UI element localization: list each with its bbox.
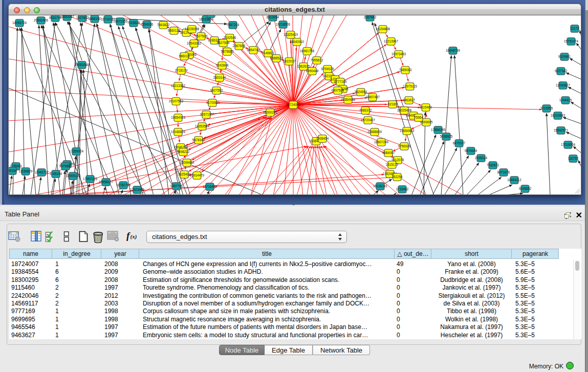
svg-text:15958127: 15958127 [99,180,114,184]
svg-text:19654923: 19654923 [171,116,186,119]
svg-text:9329961: 9329961 [558,55,571,58]
svg-text:10973493: 10973493 [391,52,406,56]
svg-text:12093827: 12093827 [556,83,571,87]
svg-text:19166825: 19166825 [171,130,186,134]
svg-text:12213382: 12213382 [171,84,186,87]
svg-text:3824554: 3824554 [355,90,367,94]
svg-text:2935114: 2935114 [475,156,488,160]
svg-text:11173: 11173 [571,27,579,30]
svg-text:3215955: 3215955 [540,106,553,110]
svg-text:15692971: 15692971 [554,128,569,132]
svg-text:13226058: 13226058 [185,27,200,31]
svg-text:8454749: 8454749 [247,48,260,52]
svg-text:16961758: 16961758 [300,49,315,53]
svg-text:9756928: 9756928 [398,144,411,148]
svg-text:116753: 116753 [568,157,579,160]
svg-text:1527602: 1527602 [76,16,89,19]
svg-text:7515525: 7515525 [127,21,140,25]
svg-text:9245652: 9245652 [519,187,532,190]
svg-text:18724007: 18724007 [286,103,301,106]
svg-text:6479197: 6479197 [453,141,466,145]
svg-text:8990448: 8990448 [306,69,319,73]
svg-text:18807249: 18807249 [374,140,389,144]
svg-text:1588520: 1588520 [270,56,283,60]
svg-text:6466160: 6466160 [89,17,101,20]
svg-text:12905135: 12905135 [66,174,81,178]
svg-text:17884095: 17884095 [431,128,446,132]
svg-text:19218506: 19218506 [276,23,291,26]
svg-text:(x): (x) [130,233,137,240]
svg-text:20364436: 20364436 [341,98,356,101]
svg-text:9457791: 9457791 [170,184,183,188]
svg-text:17957225: 17957225 [83,177,98,181]
svg-text:5875685: 5875685 [221,50,234,53]
svg-text:9684067: 9684067 [382,151,395,155]
svg-text:1733462: 1733462 [396,187,409,191]
svg-text:9146821: 9146821 [262,51,275,55]
svg-text:17359924: 17359924 [69,149,84,153]
svg-text:9660128: 9660128 [168,29,181,32]
svg-text:11156829: 11156829 [18,169,33,173]
svg-text:1822037: 1822037 [283,59,296,63]
svg-text:1362635: 1362635 [297,64,310,68]
svg-text:7554936: 7554936 [141,23,154,26]
svg-text:12923466: 12923466 [130,188,145,191]
svg-text:20691406: 20691406 [34,18,49,22]
svg-text:17016504: 17016504 [561,143,576,146]
svg-text:9777169: 9777169 [334,80,347,83]
svg-text:20053346: 20053346 [75,63,90,67]
svg-text:9474444: 9474444 [465,149,477,152]
svg-text:16914479: 16914479 [190,173,205,177]
svg-text:986013: 986013 [179,54,190,58]
svg-text:75964: 75964 [414,116,423,119]
svg-text:6497508: 6497508 [332,89,344,92]
svg-text:1244415: 1244415 [559,98,572,102]
svg-text:2367608: 2367608 [233,44,246,48]
svg-text:1145194: 1145194 [50,172,62,176]
svg-text:9227342: 9227342 [555,69,568,73]
svg-text:7625402: 7625402 [178,172,191,176]
svg-text:7857224: 7857224 [227,23,239,27]
svg-text:39154: 39154 [8,169,17,172]
svg-text:14353584: 14353584 [195,124,210,128]
svg-text:6794028: 6794028 [321,67,334,71]
svg-text:3267190: 3267190 [200,113,213,116]
svg-text:8813054: 8813054 [267,15,279,19]
svg-text:5878342: 5878342 [192,138,205,142]
svg-text:1938454: 1938454 [316,137,329,140]
svg-text:13325419: 13325419 [284,33,298,36]
svg-text:15716485: 15716485 [203,185,217,188]
svg-text:12213967: 12213967 [384,39,399,43]
svg-text:9463627: 9463627 [403,98,416,102]
svg-text:10025438: 10025438 [397,108,412,112]
svg-text:15300213: 15300213 [263,111,278,114]
svg-text:9527509: 9527509 [195,34,208,38]
svg-text:10671355: 10671355 [113,19,128,23]
svg-text:10543362: 10543362 [187,41,202,45]
svg-text:9427552: 9427552 [210,89,223,92]
svg-text:15751074: 15751074 [564,39,579,43]
svg-text:9498222: 9498222 [177,150,190,154]
svg-text:10807487: 10807487 [365,95,380,99]
svg-text:13654923: 13654923 [400,129,415,133]
svg-text:16033809: 16033809 [199,17,214,21]
svg-text:9115460: 9115460 [420,105,432,109]
svg-text:9975887: 9975887 [59,164,72,168]
svg-text:16782759: 16782759 [116,183,131,187]
svg-text:252254: 252254 [391,175,403,179]
svg-text:12942737: 12942737 [34,170,49,174]
svg-text:7485063: 7485063 [399,68,412,72]
svg-text:10688609: 10688609 [367,130,382,134]
svg-text:1615172: 1615172 [386,163,399,166]
svg-text:10653287: 10653287 [60,15,75,18]
svg-text:62160: 62160 [388,102,397,106]
svg-text:12975115: 12975115 [403,84,417,88]
svg-text:20107553: 20107553 [169,99,184,103]
svg-text:8471676: 8471676 [497,170,510,174]
svg-text:16099489: 16099489 [180,161,194,164]
svg-text:18640910: 18640910 [290,40,304,43]
svg-text:16210643: 16210643 [551,114,565,117]
svg-text:7663822: 7663822 [157,23,170,27]
svg-text:15720407: 15720407 [361,118,376,122]
svg-text:2803144: 2803144 [213,76,226,79]
